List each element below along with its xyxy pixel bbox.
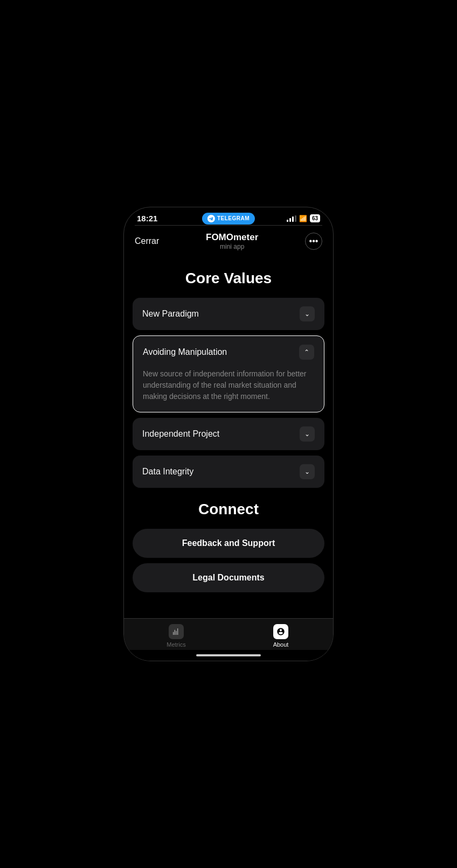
nav-bar: Cerrar FOMOmeter mini app ••• bbox=[124, 226, 333, 257]
about-tab-icon bbox=[273, 624, 288, 639]
core-values-section: Core Values New Paradigm ⌄ Avoiding Mani… bbox=[133, 270, 324, 488]
accordion-label-new-paradigm: New Paradigm bbox=[142, 309, 199, 319]
accordion-header-new-paradigm[interactable]: New Paradigm ⌄ bbox=[133, 298, 324, 330]
chevron-down-icon-independent-project: ⌄ bbox=[300, 426, 315, 442]
home-bar bbox=[196, 654, 261, 656]
wifi-icon: 📶 bbox=[299, 215, 307, 222]
accordion-independent-project[interactable]: Independent Project ⌄ bbox=[133, 418, 324, 450]
tab-metrics-label: Metrics bbox=[167, 641, 185, 648]
connect-section: Connect Feedback and Support Legal Docum… bbox=[133, 501, 324, 592]
accordion-avoiding-manipulation[interactable]: Avoiding Manipulation ⌃ New source of in… bbox=[133, 335, 324, 412]
close-button[interactable]: Cerrar bbox=[135, 236, 159, 246]
accordion-label-avoiding-manipulation: Avoiding Manipulation bbox=[143, 347, 227, 357]
telegram-pill[interactable]: TELEGRAM bbox=[202, 213, 255, 225]
telegram-label: TELEGRAM bbox=[217, 215, 250, 221]
accordion-body-avoiding-manipulation: New source of independent information fo… bbox=[133, 368, 324, 412]
more-button[interactable]: ••• bbox=[305, 233, 322, 250]
telegram-icon bbox=[207, 215, 215, 222]
accordion-label-independent-project: Independent Project bbox=[142, 429, 219, 439]
phone-frame: 18:21 TELEGRAM 📶 63 bbox=[123, 207, 334, 661]
ellipsis-icon: ••• bbox=[309, 236, 318, 246]
tab-metrics[interactable]: Metrics bbox=[124, 624, 228, 648]
accordion-new-paradigm[interactable]: New Paradigm ⌄ bbox=[133, 298, 324, 330]
tab-about[interactable]: About bbox=[228, 624, 333, 648]
signal-bar-1 bbox=[287, 220, 288, 222]
signal-bar-2 bbox=[289, 218, 291, 222]
legal-documents-label: Legal Documents bbox=[192, 573, 264, 582]
chevron-up-icon-avoiding-manipulation: ⌃ bbox=[299, 345, 314, 360]
core-values-title: Core Values bbox=[133, 270, 324, 287]
signal-bar-4 bbox=[295, 215, 296, 222]
accordion-data-integrity[interactable]: Data Integrity ⌄ bbox=[133, 456, 324, 488]
accordion-header-independent-project[interactable]: Independent Project ⌄ bbox=[133, 418, 324, 450]
metrics-tab-icon bbox=[169, 624, 184, 639]
status-right: 📶 63 bbox=[287, 214, 320, 222]
main-content: Core Values New Paradigm ⌄ Avoiding Mani… bbox=[124, 257, 333, 618]
status-time: 18:21 bbox=[137, 214, 157, 223]
accordion-header-avoiding-manipulation[interactable]: Avoiding Manipulation ⌃ bbox=[133, 336, 324, 368]
home-indicator bbox=[124, 650, 333, 661]
nav-title: FOMOmeter bbox=[206, 232, 258, 243]
connect-title: Connect bbox=[133, 501, 324, 518]
accordion-header-data-integrity[interactable]: Data Integrity ⌄ bbox=[133, 456, 324, 488]
tab-about-label: About bbox=[273, 641, 289, 648]
feedback-support-button[interactable]: Feedback and Support bbox=[133, 529, 324, 558]
battery-indicator: 63 bbox=[310, 214, 320, 222]
nav-title-group: FOMOmeter mini app bbox=[206, 232, 258, 250]
feedback-support-label: Feedback and Support bbox=[182, 538, 275, 548]
signal-bar-3 bbox=[292, 216, 294, 222]
nav-subtitle: mini app bbox=[206, 243, 258, 250]
chevron-down-icon-data-integrity: ⌄ bbox=[300, 464, 315, 479]
accordion-label-data-integrity: Data Integrity bbox=[142, 467, 193, 477]
signal-bars bbox=[287, 215, 296, 222]
tab-bar: Metrics About bbox=[124, 618, 333, 650]
person-icon bbox=[276, 627, 285, 636]
chevron-down-icon-new-paradigm: ⌄ bbox=[300, 306, 315, 321]
chart-icon bbox=[172, 627, 181, 636]
legal-documents-button[interactable]: Legal Documents bbox=[133, 563, 324, 592]
